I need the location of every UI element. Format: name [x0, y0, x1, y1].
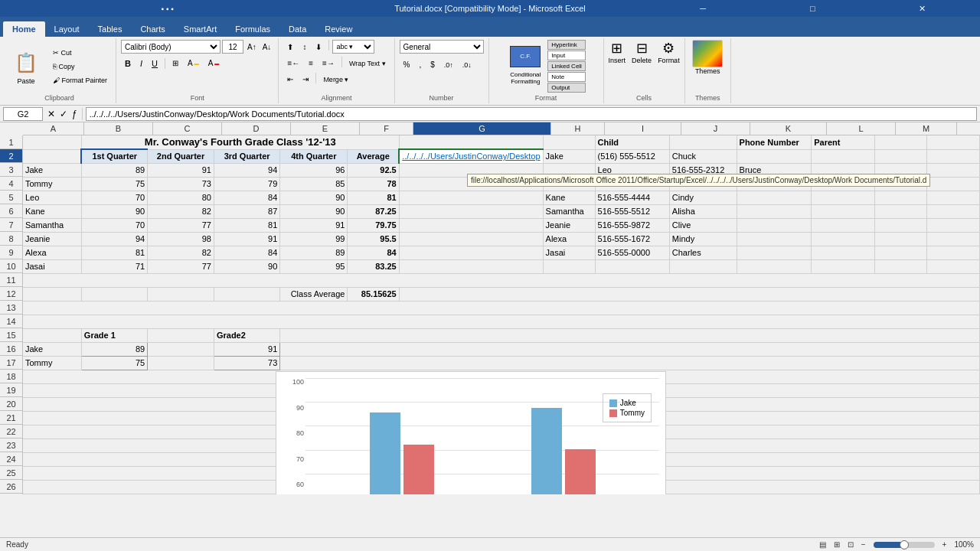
- col-header-c[interactable]: C: [153, 122, 222, 135]
- italic-button[interactable]: I: [136, 57, 146, 70]
- cell-a2[interactable]: [23, 149, 81, 163]
- cell-n8[interactable]: [927, 232, 980, 246]
- cell-n7[interactable]: [927, 218, 980, 232]
- cell-g7[interactable]: [399, 218, 543, 232]
- cell-m8[interactable]: [874, 232, 927, 246]
- cell-d7[interactable]: 81: [214, 218, 279, 232]
- cell-h7[interactable]: Jeanie: [543, 218, 595, 232]
- cell-k9[interactable]: [737, 246, 812, 259]
- tab-layout[interactable]: Layout: [45, 21, 89, 37]
- row-16[interactable]: 16: [0, 342, 22, 356]
- cell-k1[interactable]: Phone Number: [737, 135, 812, 149]
- cell-b15[interactable]: Grade 1: [81, 328, 147, 342]
- cell-k5[interactable]: [737, 191, 812, 204]
- tab-smartart[interactable]: SmartArt: [175, 21, 226, 37]
- cell-m9[interactable]: [874, 246, 927, 259]
- cell-b1[interactable]: Mr. Conway's Fourth Grade Class '12-'13: [81, 135, 399, 149]
- cell-f2[interactable]: Average: [348, 149, 399, 163]
- cell-e8[interactable]: 99: [280, 232, 348, 246]
- cell-b6[interactable]: 90: [81, 204, 147, 218]
- cell-i7[interactable]: 516-555-9872: [595, 218, 669, 232]
- cell-h8[interactable]: Alexa: [543, 232, 595, 246]
- cell-n3[interactable]: [927, 163, 980, 177]
- cell-e12-label[interactable]: Class Average: [280, 287, 348, 301]
- cell-a15[interactable]: [23, 328, 81, 342]
- cell-d3[interactable]: 94: [214, 163, 279, 177]
- cell-d17[interactable]: 73: [214, 356, 279, 370]
- cell-e6[interactable]: 90: [280, 204, 348, 218]
- cell-n6[interactable]: [927, 204, 980, 218]
- cell-e7[interactable]: 91: [280, 218, 348, 232]
- cell-row14[interactable]: [23, 315, 980, 328]
- cell-i9[interactable]: 516-555-0000: [595, 246, 669, 259]
- confirm-formula-button[interactable]: ✓: [58, 109, 69, 119]
- cell-h9[interactable]: Jasai: [543, 246, 595, 259]
- cell-k8[interactable]: [737, 232, 812, 246]
- cell-a7[interactable]: Samantha: [23, 218, 81, 232]
- font-color-button[interactable]: A▬: [204, 57, 224, 70]
- row-25[interactable]: 25: [0, 466, 22, 480]
- col-header-d[interactable]: D: [222, 122, 291, 135]
- decrease-decimal-button[interactable]: .0↓: [459, 58, 475, 71]
- cell-j6[interactable]: Alisha: [669, 204, 737, 218]
- cell-d9[interactable]: 84: [214, 246, 279, 259]
- row-5[interactable]: 5: [0, 191, 22, 204]
- bold-button[interactable]: B: [121, 57, 135, 70]
- cell-b7[interactable]: 70: [81, 218, 147, 232]
- conditional-formatting-button[interactable]: ConditionalFormatting: [506, 69, 544, 87]
- cell-d2[interactable]: 3rd Quarter: [214, 149, 279, 163]
- col-header-k[interactable]: K: [750, 122, 827, 135]
- cell-b2[interactable]: 1st Quarter: [81, 149, 147, 163]
- cell-g2[interactable]: ../../../../Users/JustinConway/Desktop: [399, 149, 543, 163]
- cell-e15[interactable]: [280, 328, 980, 342]
- tab-tables[interactable]: Tables: [89, 21, 132, 37]
- cell-e5[interactable]: 90: [280, 191, 348, 204]
- cell-l6[interactable]: [812, 204, 874, 218]
- cell-g9[interactable]: [399, 246, 543, 259]
- cell-i10[interactable]: [595, 259, 669, 273]
- cell-b5[interactable]: 70: [81, 191, 147, 204]
- row-8[interactable]: 8: [0, 232, 22, 246]
- col-header-h[interactable]: H: [551, 122, 605, 135]
- cell-c17[interactable]: [148, 356, 214, 370]
- cell-f12[interactable]: 85.15625: [348, 287, 399, 301]
- cell-c3[interactable]: 91: [148, 163, 214, 177]
- cell-d10[interactable]: 90: [214, 259, 279, 273]
- cell-g1[interactable]: [399, 135, 543, 149]
- cell-c12[interactable]: [148, 287, 214, 301]
- hyperlink-style[interactable]: Hyperlink: [547, 40, 586, 50]
- cell-c15[interactable]: [148, 328, 214, 342]
- cell-n10[interactable]: [927, 259, 980, 273]
- row-10[interactable]: 10: [0, 259, 22, 273]
- cut-button[interactable]: ✂ Cut: [49, 47, 111, 59]
- cell-a17[interactable]: Tommy: [23, 356, 81, 370]
- row-14[interactable]: 14: [0, 315, 22, 328]
- cell-i6[interactable]: 516-555-5512: [595, 204, 669, 218]
- font-name-select[interactable]: Calibri (Body): [121, 40, 220, 54]
- cell-j10[interactable]: [669, 259, 737, 273]
- zoom-in-button[interactable]: +: [942, 540, 947, 549]
- percent-button[interactable]: %: [400, 58, 414, 71]
- cell-d15[interactable]: Grade2: [214, 328, 279, 342]
- fill-color-button[interactable]: A▬: [184, 57, 203, 70]
- cell-j1[interactable]: [669, 135, 737, 149]
- cell-a4[interactable]: Tommy: [23, 177, 81, 191]
- cell-a8[interactable]: Jeanie: [23, 232, 81, 246]
- align-center-button[interactable]: ≡: [305, 57, 317, 70]
- tab-review[interactable]: Review: [315, 21, 361, 37]
- zoom-out-button[interactable]: −: [861, 540, 866, 549]
- output-style[interactable]: Output: [547, 83, 586, 93]
- cell-f8[interactable]: 95.5: [348, 232, 399, 246]
- window-controls[interactable]: ─ □ ✕: [652, 4, 974, 14]
- cell-c6[interactable]: 82: [148, 204, 214, 218]
- cell-a10[interactable]: Jasai: [23, 259, 81, 273]
- cell-m1[interactable]: [874, 135, 927, 149]
- row-22[interactable]: 22: [0, 425, 22, 439]
- row-19[interactable]: 19: [0, 383, 22, 397]
- cancel-formula-button[interactable]: ✕: [46, 109, 57, 119]
- cell-f10[interactable]: 83.25: [348, 259, 399, 273]
- cell-h1[interactable]: [543, 135, 595, 149]
- page-layout-button[interactable]: ⊞: [834, 540, 840, 549]
- tab-charts[interactable]: Charts: [131, 21, 174, 37]
- tab-home[interactable]: Home: [3, 21, 45, 37]
